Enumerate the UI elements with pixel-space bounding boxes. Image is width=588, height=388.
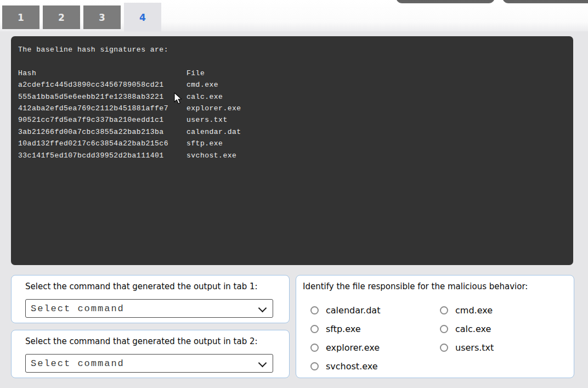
tab-4[interactable]: 4 bbox=[124, 3, 161, 32]
terminal-output: The baseline hash signatures are: Hash F… bbox=[11, 36, 573, 265]
file-name: sftp.exe bbox=[186, 138, 223, 149]
command-question-1-label: Select the command that generated the ou… bbox=[25, 282, 258, 291]
command-select-2[interactable]: Select command bbox=[25, 354, 273, 373]
tab-1[interactable]: 1 bbox=[2, 5, 39, 29]
radio-icon[interactable] bbox=[310, 362, 319, 370]
file-name: users.txt bbox=[186, 114, 228, 126]
hash-value: a2cdef1c445d3890cc3456789058cd21 bbox=[18, 79, 186, 91]
hash-row: 90521cc7fd5ea7f9c337ba210eedd1c1users.tx… bbox=[18, 114, 566, 126]
partial-button-2[interactable] bbox=[502, 0, 588, 3]
hash-row: 3ab21266fd00a7cbc3855a22bab213bacalendar… bbox=[18, 126, 566, 138]
hash-row: 555a1bba5d5e6eebb21fe12388ab3221calc.exe bbox=[18, 91, 566, 103]
hash-value: 555a1bba5d5e6eebb21fe12388ab3221 bbox=[18, 91, 186, 103]
command-question-1-panel: Select the command that generated the ou… bbox=[11, 275, 290, 323]
file-name: cmd.exe bbox=[186, 79, 218, 91]
file-name: explorer.exe bbox=[186, 103, 241, 114]
radio-option-calendar.dat[interactable]: calendar.dat bbox=[310, 305, 440, 316]
file-name: calc.exe bbox=[186, 91, 223, 103]
command-question-2-panel: Select the command that generated the ou… bbox=[11, 330, 290, 378]
command-select-1[interactable]: Select command bbox=[25, 299, 273, 318]
radio-icon[interactable] bbox=[440, 325, 448, 333]
file-name: svchost.exe bbox=[186, 150, 236, 161]
radio-option-explorer.exe[interactable]: explorer.exe bbox=[310, 342, 440, 353]
command-question-2-label: Select the command that generated the ou… bbox=[25, 336, 258, 346]
malicious-file-panel: Identify the file responsible for the ma… bbox=[296, 275, 574, 378]
radio-option-sftp.exe[interactable]: sftp.exe bbox=[310, 324, 440, 334]
hash-table-header: Hash File bbox=[18, 68, 566, 79]
hash-row: 10ad132ffed0217c6c3854a22bab215c6sftp.ex… bbox=[18, 138, 566, 149]
hash-row: 33c141f5ed107bcdd39952d2ba111401svchost.… bbox=[18, 150, 566, 161]
terminal-intro: The baseline hash signatures are: bbox=[18, 44, 566, 55]
hash-table: a2cdef1c445d3890cc3456789058cd21cmd.exe5… bbox=[18, 79, 566, 161]
radio-option-svchost.exe[interactable]: svchost.exe bbox=[310, 361, 440, 372]
tab-2[interactable]: 2 bbox=[43, 5, 80, 29]
radio-option-label: sftp.exe bbox=[326, 324, 361, 334]
hash-value: 3ab21266fd00a7cbc3855a22bab213ba bbox=[18, 126, 186, 138]
radio-icon[interactable] bbox=[310, 306, 319, 314]
hash-row: 412aba2efd5ea769c2112b451881affe7explore… bbox=[18, 103, 566, 114]
file-column-header: File bbox=[186, 68, 205, 79]
radio-option-label: users.txt bbox=[455, 342, 494, 353]
radio-icon[interactable] bbox=[310, 325, 319, 333]
hash-value: 412aba2efd5ea769c2112b451881affe7 bbox=[18, 103, 186, 114]
hash-value: 90521cc7fd5ea7f9c337ba210eedd1c1 bbox=[18, 114, 186, 126]
radio-option-label: calc.exe bbox=[455, 324, 491, 334]
radio-icon[interactable] bbox=[310, 344, 319, 352]
radio-icon[interactable] bbox=[440, 306, 448, 314]
radio-option-cmd.exe[interactable]: cmd.exe bbox=[440, 305, 565, 316]
partial-button-1[interactable] bbox=[396, 0, 495, 3]
hash-value: 10ad132ffed0217c6c3854a22bab215c6 bbox=[18, 138, 186, 149]
tab-3[interactable]: 3 bbox=[83, 5, 121, 29]
terminal-blank-line bbox=[18, 55, 566, 67]
radio-option-label: svchost.exe bbox=[326, 361, 378, 372]
malicious-file-label: Identify the file responsible for the ma… bbox=[303, 282, 528, 291]
hash-column-header: Hash bbox=[18, 68, 186, 79]
hash-row: a2cdef1c445d3890cc3456789058cd21cmd.exe bbox=[18, 79, 566, 91]
malicious-options: calendar.datcmd.exesftp.execalc.exeexplo… bbox=[310, 301, 565, 375]
file-name: calendar.dat bbox=[186, 126, 241, 138]
radio-option-users.txt[interactable]: users.txt bbox=[440, 342, 565, 353]
radio-icon[interactable] bbox=[440, 344, 448, 352]
radio-option-label: calendar.dat bbox=[326, 305, 380, 316]
radio-option-calc.exe[interactable]: calc.exe bbox=[440, 324, 565, 334]
hash-value: 33c141f5ed107bcdd39952d2ba111401 bbox=[18, 150, 186, 161]
tab-bar: 1234 bbox=[2, 5, 161, 32]
radio-option-label: cmd.exe bbox=[455, 305, 493, 316]
radio-option-label: explorer.exe bbox=[326, 342, 380, 353]
